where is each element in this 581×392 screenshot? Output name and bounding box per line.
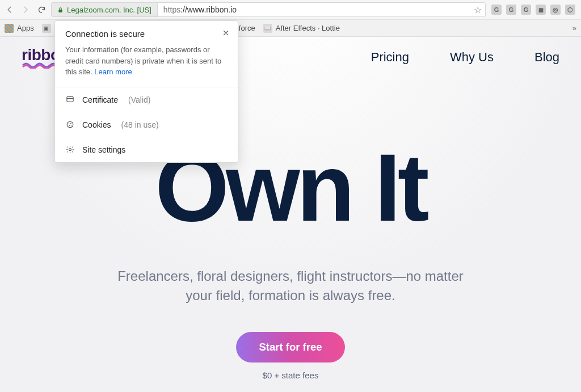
site-settings-row[interactable]: Site settings [55, 137, 238, 162]
svg-point-2 [67, 121, 73, 128]
site-nav: Pricing Why Us Blog [371, 50, 559, 65]
cookies-row[interactable]: Cookies (48 in use) [55, 112, 238, 137]
close-popover-button[interactable] [221, 28, 231, 38]
ev-issuer: Legalzoom.com, Inc. [US] [67, 6, 151, 14]
reload-button[interactable] [35, 3, 48, 16]
svg-point-7 [69, 149, 71, 151]
apps-icon [5, 24, 14, 33]
certificate-row[interactable]: Certificate (Valid) [55, 87, 238, 112]
address-bar[interactable]: Legalzoom.com, Inc. [US] https://www.rib… [51, 2, 486, 17]
learn-more-link[interactable]: Learn more [94, 68, 132, 76]
svg-rect-0 [58, 10, 62, 12]
extensions-tray: G G G ◼ ◎ ⬡ [489, 5, 578, 15]
fees-text: $0 + state fees [0, 370, 581, 380]
popover-title: Connection is secure [65, 29, 228, 39]
extension-icon[interactable]: G [491, 5, 502, 15]
bookmark-star-icon[interactable]: ☆ [470, 5, 485, 15]
extension-icon[interactable]: ◎ [550, 5, 561, 15]
svg-point-4 [70, 123, 71, 124]
gear-icon [65, 145, 74, 154]
hero-subtitle: Freelancers, floral designers, flight in… [0, 267, 581, 305]
security-chip[interactable]: Legalzoom.com, Inc. [US] [52, 3, 158, 16]
bookmarks-overflow[interactable]: » [572, 24, 576, 32]
popover-description: Your information (for example, passwords… [65, 44, 228, 78]
connection-security-popover: Connection is secure Your information (f… [54, 20, 238, 163]
start-free-button[interactable]: Start for free [236, 332, 344, 363]
folder-icon: ▣ [42, 24, 51, 33]
extension-icon[interactable]: ◼ [536, 5, 546, 15]
certificate-icon [65, 95, 74, 104]
svg-point-5 [69, 125, 70, 127]
apps-shortcut[interactable]: Apps [5, 24, 34, 33]
back-button[interactable] [3, 3, 16, 16]
url-text: https://www.ribbon.io [158, 5, 470, 14]
bookmark-item[interactable]: 📖After Effects · Lottie [263, 24, 340, 33]
nav-why-us[interactable]: Why Us [450, 50, 494, 65]
bookmark-folder[interactable]: ▣ [42, 24, 51, 33]
close-icon [222, 29, 229, 36]
extension-icon[interactable]: G [521, 5, 531, 15]
bookmark-favicon: 📖 [263, 24, 272, 33]
svg-rect-1 [66, 97, 73, 102]
forward-button[interactable] [19, 3, 32, 16]
browser-toolbar: Legalzoom.com, Inc. [US] https://www.rib… [0, 0, 581, 20]
cookie-icon [65, 120, 74, 129]
svg-point-3 [68, 123, 69, 124]
extension-icon[interactable]: ⬡ [565, 5, 575, 15]
extension-icon[interactable]: G [506, 5, 516, 15]
svg-point-6 [70, 125, 71, 125]
lock-icon [57, 6, 64, 14]
nav-pricing[interactable]: Pricing [371, 50, 409, 65]
nav-blog[interactable]: Blog [534, 50, 559, 65]
